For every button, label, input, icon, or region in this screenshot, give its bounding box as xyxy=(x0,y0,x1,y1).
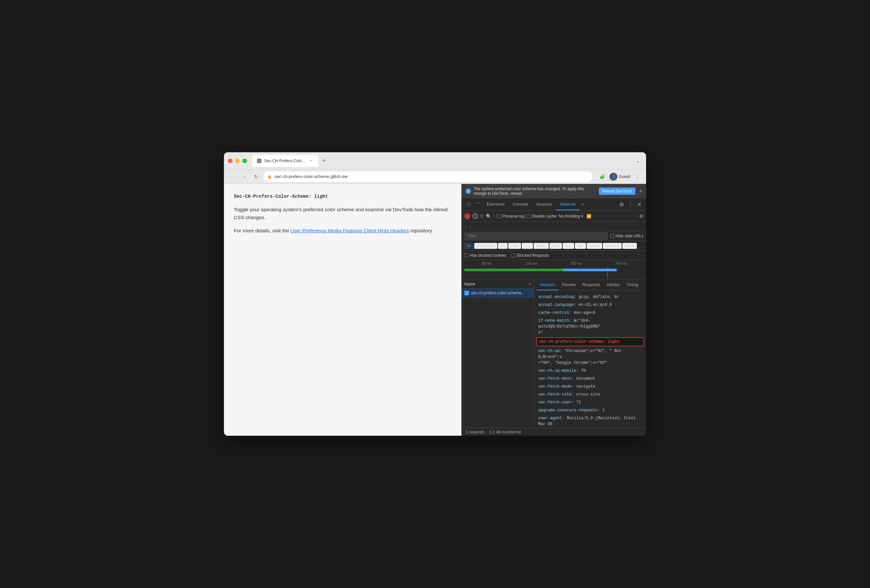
tab-initiator[interactable]: Initiator xyxy=(603,280,623,290)
header-row-accept-language: accept-language: en-US,en;q=0.9 xyxy=(538,301,642,309)
headers-panel: Headers Preview Response Initiator Timin… xyxy=(534,280,646,428)
has-blocked-cookies-label: Has blocked cookies xyxy=(470,253,506,258)
search-icon[interactable]: 🔍 xyxy=(486,214,492,219)
para2-prefix: For more details, visit the xyxy=(234,228,290,233)
preserve-log-checkbox[interactable] xyxy=(497,214,501,218)
menu-button[interactable]: ⋮ xyxy=(633,172,642,181)
tab-elements[interactable]: Elements xyxy=(483,198,508,210)
status-requests: 1 requests xyxy=(466,430,484,434)
preserve-log-group: Preserve log xyxy=(497,214,524,218)
header-row-if-none-match: if-none-match: W/"3b4-puYz4Q5/GV7nZfWtr/… xyxy=(538,317,642,337)
timeline-label-100: 100 ms xyxy=(509,261,554,265)
filter-all-button[interactable]: All xyxy=(464,243,474,249)
extension-icon[interactable]: 🧩 xyxy=(597,172,607,181)
devtools-close-button[interactable]: ✕ xyxy=(635,201,644,208)
browser-tab[interactable]: Sec-CH-Prefers-Color-Schem... × xyxy=(252,155,318,167)
para2-suffix: repository. xyxy=(409,228,433,233)
title-bar: Sec-CH-Prefers-Color-Schem... × + ⌄ xyxy=(224,152,646,169)
has-blocked-cookies-checkbox[interactable] xyxy=(464,254,468,257)
code-line: Sec-CH-Prefers-Color-Scheme: light xyxy=(234,194,451,199)
filter-img-button[interactable]: Img xyxy=(522,243,533,249)
forward-button[interactable]: → xyxy=(240,172,249,181)
paragraph-1: Toggle your operating system's preferred… xyxy=(234,206,451,221)
filter-icon[interactable]: ▽ xyxy=(480,214,484,219)
tab-menu-icon[interactable]: ⌄ xyxy=(633,156,642,165)
filter-other-button[interactable]: Other xyxy=(622,243,637,249)
request-item[interactable]: sec-ch-prefers-color-scheme... xyxy=(462,289,534,298)
filter-doc-button[interactable]: Doc xyxy=(563,243,575,249)
tab-favicon-icon xyxy=(257,159,262,163)
tab-network[interactable]: Network xyxy=(556,198,580,210)
tab-preview[interactable]: Preview xyxy=(558,280,579,290)
upload-icon[interactable]: ↑ xyxy=(464,224,467,229)
timeline-label-50: 50 ms xyxy=(464,261,509,265)
back-button[interactable]: ← xyxy=(228,172,237,181)
tab-close-button[interactable]: × xyxy=(308,158,314,163)
devtools-toolbar: ☐ 📱 Elements Console Sources Network » ⚙… xyxy=(462,198,646,211)
profile-button[interactable]: 👤 Guest xyxy=(609,173,630,181)
filter-js-button[interactable]: JS xyxy=(498,243,508,249)
filter-manifest-button[interactable]: Manifest xyxy=(603,243,622,249)
github-link[interactable]: User Preference Media Features Client Hi… xyxy=(290,228,409,233)
device-toggle-icon[interactable]: 📱 xyxy=(474,200,483,209)
address-text: sec-ch-prefers-color-scheme.glitch.me xyxy=(275,174,348,179)
filter-types-bar: All Fetch/XHR JS CSS Img Media Font Doc … xyxy=(462,241,646,251)
disable-cache-label: Disable cache xyxy=(532,214,556,218)
filter-bar: Hide data URLs xyxy=(462,231,646,241)
disable-cache-checkbox[interactable] xyxy=(526,214,530,218)
notification-close-button[interactable]: × xyxy=(639,189,642,194)
network-settings-icon[interactable]: ⚙ xyxy=(639,214,644,219)
blocked-requests-group: Blocked Requests xyxy=(511,253,549,258)
timeline-label-150: 150 ms xyxy=(554,261,599,265)
devtools-status-bar: 1 requests 1.1 kB transferred xyxy=(462,428,646,436)
checkbox-row: Has blocked cookies Blocked Requests xyxy=(462,251,646,260)
download-icon[interactable]: ↓ xyxy=(469,224,472,229)
close-request-icon[interactable]: ✕ xyxy=(528,282,531,287)
filter-font-button[interactable]: Font xyxy=(550,243,562,249)
wifi-icon[interactable]: 📶 xyxy=(585,214,593,218)
tab-sources[interactable]: Sources xyxy=(532,198,556,210)
request-name: sec-ch-prefers-color-scheme... xyxy=(471,291,531,295)
hide-data-urls-checkbox[interactable] xyxy=(610,234,614,238)
filter-css-button[interactable]: CSS xyxy=(508,243,521,249)
more-tabs-button[interactable]: » xyxy=(580,202,586,206)
new-tab-button[interactable]: + xyxy=(320,156,329,165)
refresh-button[interactable]: ↻ xyxy=(252,172,261,181)
timeline-bar-blue xyxy=(563,269,617,271)
devtools-settings-icon[interactable]: ⚙ xyxy=(617,201,626,208)
header-row-sec-ch-ua-mobile: sec-ch-ua-mobile: ?0 xyxy=(538,367,642,375)
hide-data-urls-group: Hide data URLs xyxy=(610,234,644,238)
devtools-more-icon[interactable]: ⋮ xyxy=(626,201,635,208)
headers-content: accept-encoding: gzip, deflate, br accep… xyxy=(534,290,646,428)
secure-lock-icon: 🔒 xyxy=(267,174,272,179)
header-row-sec-fetch-user: sec-fetch-user: ?1 xyxy=(538,398,642,406)
filter-wasm-button[interactable]: Wasm xyxy=(587,243,602,249)
reload-devtools-button[interactable]: Reload DevTools xyxy=(599,187,636,195)
filter-fetchxhr-button[interactable]: Fetch/XHR xyxy=(474,243,498,249)
close-window-button[interactable] xyxy=(228,159,232,163)
record-button[interactable] xyxy=(464,213,470,219)
address-input[interactable]: 🔒 sec-ch-prefers-color-scheme.glitch.me xyxy=(264,171,592,182)
tab-headers[interactable]: Headers xyxy=(537,280,558,290)
filter-input[interactable] xyxy=(464,232,608,240)
filter-media-button[interactable]: Media xyxy=(533,243,549,249)
network-toolbar: ⊘ ▽ 🔍 Preserve log Disable cache No thro… xyxy=(462,211,646,222)
tab-title: Sec-CH-Prefers-Color-Schem... xyxy=(264,159,306,163)
clear-button[interactable]: ⊘ xyxy=(472,213,478,219)
throttle-select[interactable]: No throttling ▾ xyxy=(559,214,583,218)
devtools-tabs: ☐ 📱 Elements Console Sources Network » ⚙… xyxy=(462,198,646,210)
inspect-element-icon[interactable]: ☐ xyxy=(464,200,474,209)
timeline-chart xyxy=(464,267,644,279)
hide-data-urls-label: Hide data URLs xyxy=(615,234,644,238)
fullscreen-window-button[interactable] xyxy=(243,159,247,163)
tab-response[interactable]: Response xyxy=(579,280,603,290)
tab-console[interactable]: Console xyxy=(508,198,532,210)
filter-ws-button[interactable]: WS xyxy=(575,243,586,249)
has-blocked-cookies-group: Has blocked cookies xyxy=(464,253,506,258)
tab-timing[interactable]: Timing xyxy=(623,280,641,290)
blocked-requests-checkbox[interactable] xyxy=(511,254,515,257)
minimize-window-button[interactable] xyxy=(235,159,240,163)
divider xyxy=(494,213,495,220)
throttle-arrow-icon: ▾ xyxy=(581,214,583,218)
status-transferred: 1.1 kB transferred xyxy=(489,430,521,434)
